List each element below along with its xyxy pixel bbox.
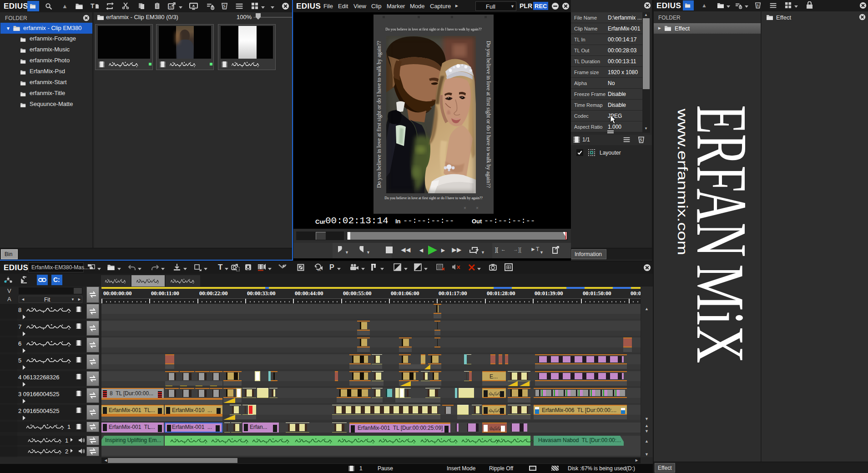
svg-text:ERFAN: ERFAN — [682, 105, 762, 257]
svg-text:VA: VA — [317, 268, 321, 272]
svg-text:MiX: MiX — [683, 264, 758, 363]
